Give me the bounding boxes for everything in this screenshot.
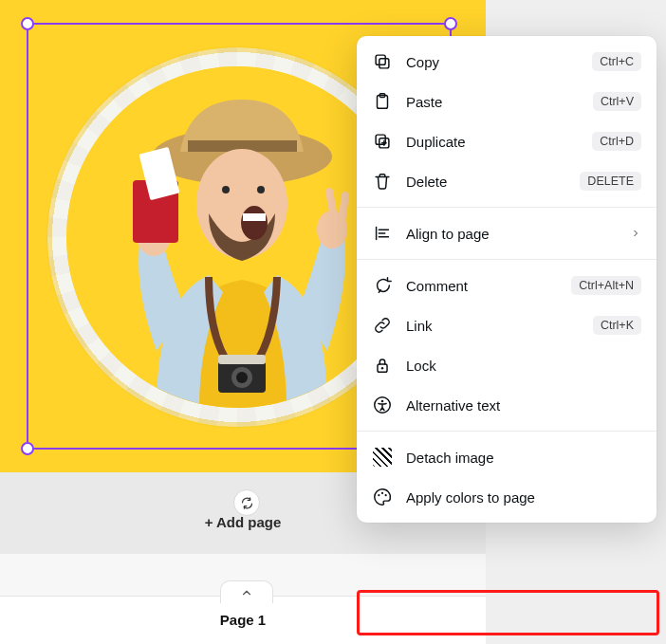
menu-item-label: Align to page xyxy=(406,226,611,242)
context-menu: Copy Ctrl+C Paste Ctrl+V Duplicate Ctrl+… xyxy=(357,36,657,523)
chevron-right-icon xyxy=(624,226,641,242)
link-icon xyxy=(372,315,393,336)
svg-point-28 xyxy=(378,494,379,496)
menu-item-shortcut: Ctrl+K xyxy=(593,316,641,335)
menu-item-label: Paste xyxy=(406,94,580,110)
menu-item-label: Lock xyxy=(406,358,641,374)
align-icon xyxy=(372,223,393,244)
menu-item-shortcut: Ctrl+C xyxy=(592,52,641,71)
resize-handle-bottom-left[interactable] xyxy=(21,442,34,455)
menu-item-shortcut: Ctrl+D xyxy=(592,132,641,151)
paste-icon xyxy=(372,91,393,112)
svg-point-29 xyxy=(381,492,383,494)
trash-icon xyxy=(372,171,393,192)
comment-icon xyxy=(372,275,393,296)
menu-item-paste[interactable]: Paste Ctrl+V xyxy=(357,82,657,121)
menu-item-copy[interactable]: Copy Ctrl+C xyxy=(357,42,657,82)
menu-item-shortcut: DELETE xyxy=(580,172,641,191)
svg-point-27 xyxy=(381,400,384,403)
menu-separator xyxy=(357,431,657,432)
page-number-label: Page 1 xyxy=(0,596,486,644)
menu-item-label: Detach image xyxy=(406,450,641,466)
menu-separator xyxy=(357,207,657,208)
lock-icon xyxy=(372,355,393,376)
menu-item-comment[interactable]: Comment Ctrl+Alt+N xyxy=(357,266,657,305)
menu-item-shortcut: Ctrl+Alt+N xyxy=(571,276,641,295)
resize-handle-top-left[interactable] xyxy=(21,17,34,30)
menu-item-label: Alternative text xyxy=(406,397,641,414)
menu-item-label: Copy xyxy=(406,54,579,70)
copy-icon xyxy=(372,51,393,72)
menu-item-apply-colors-to-page[interactable]: Apply colors to page xyxy=(357,477,657,517)
menu-item-label: Duplicate xyxy=(406,134,579,150)
svg-point-25 xyxy=(381,367,383,369)
svg-rect-19 xyxy=(376,55,385,64)
menu-item-detach-image[interactable]: Detach image xyxy=(357,437,657,477)
menu-item-shortcut: Ctrl+V xyxy=(593,92,641,111)
menu-item-label: Link xyxy=(406,318,580,334)
menu-item-label: Delete xyxy=(406,174,566,190)
menu-item-alternative-text[interactable]: Alternative text xyxy=(357,385,657,425)
menu-item-label: Comment xyxy=(406,278,558,294)
menu-separator xyxy=(357,259,657,260)
svg-rect-18 xyxy=(379,59,389,68)
menu-item-duplicate[interactable]: Duplicate Ctrl+D xyxy=(357,121,657,161)
accessibility-icon xyxy=(372,395,393,415)
menu-item-lock[interactable]: Lock xyxy=(357,345,657,385)
svg-point-30 xyxy=(385,494,387,496)
menu-item-link[interactable]: Link Ctrl+K xyxy=(357,305,657,345)
duplicate-icon xyxy=(372,131,393,152)
palette-icon xyxy=(372,487,393,507)
menu-item-delete[interactable]: Delete DELETE xyxy=(357,161,657,201)
resize-handle-top-right[interactable] xyxy=(444,17,457,30)
detach-icon xyxy=(372,447,393,468)
menu-item-label: Apply colors to page xyxy=(406,489,641,506)
menu-item-align-to-page[interactable]: Align to page xyxy=(357,213,657,253)
